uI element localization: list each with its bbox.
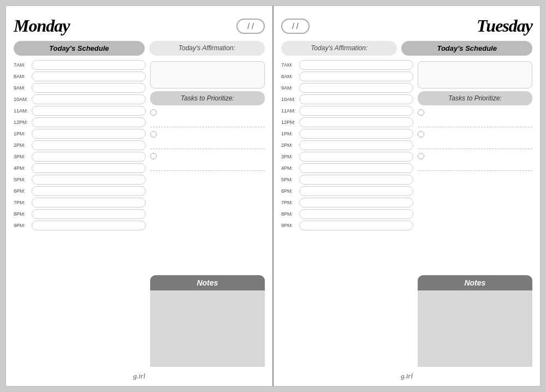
tue-time-input-1pm[interactable] <box>299 129 413 139</box>
monday-task-circle-2[interactable] <box>150 131 157 138</box>
tue-time-input-7am[interactable] <box>299 60 413 70</box>
tuesday-task-circle-3[interactable] <box>418 153 424 159</box>
time-label-11am: 11AM: <box>14 108 29 114</box>
tuesday-notes-label: Notes <box>418 275 532 290</box>
tuesday-section-row: Today's Schedule Today's Affirmation: <box>281 41 532 56</box>
tue-time-input-9am[interactable] <box>299 83 413 93</box>
monday-task-circle-3[interactable] <box>150 153 157 159</box>
tuesday-task-2 <box>418 130 532 149</box>
time-input-9pm[interactable] <box>32 221 146 230</box>
tue-time-input-4pm[interactable] <box>299 163 413 173</box>
tue-time-input-9pm[interactable] <box>299 221 413 230</box>
tue-time-slot-8pm: 8PM: <box>281 209 413 219</box>
tuesday-title: Tuesday <box>477 16 532 36</box>
time-slot-8am: 8AM: <box>14 72 146 81</box>
time-slot-10am: 10AM: <box>14 94 146 104</box>
time-input-8pm[interactable] <box>32 209 146 219</box>
time-input-10am[interactable] <box>32 94 146 104</box>
tue-time-slot-11am: 11AM: <box>281 106 413 116</box>
tue-time-input-5pm[interactable] <box>299 175 413 185</box>
time-slot-9am: 9AM: <box>14 83 146 93</box>
monday-notes-container: Notes <box>150 275 265 367</box>
time-label-5pm: 5PM: <box>14 177 29 182</box>
time-input-2pm[interactable] <box>32 140 146 150</box>
tue-time-input-11am[interactable] <box>299 106 413 116</box>
time-input-9am[interactable] <box>32 83 146 93</box>
time-label-7am: 7AM: <box>14 62 29 68</box>
tue-time-label-5pm: 5PM: <box>281 177 296 182</box>
time-input-5pm[interactable] <box>32 175 146 185</box>
tuesday-main: Tasks to Prioritize: Notes <box>281 60 532 367</box>
tue-time-input-10am[interactable] <box>299 94 413 104</box>
monday-main: 7AM: 8AM: 9AM: 10AM: 11AM: <box>14 60 265 367</box>
time-input-4pm[interactable] <box>32 163 146 173</box>
tuesday-task-input-1[interactable] <box>428 108 532 124</box>
monday-notes-area[interactable] <box>150 290 265 367</box>
time-input-11am[interactable] <box>32 106 146 116</box>
time-input-7pm[interactable] <box>32 198 146 207</box>
tue-time-slot-10am: 10AM: <box>281 94 413 104</box>
time-label-9pm: 9PM: <box>14 223 29 228</box>
time-label-7pm: 7PM: <box>14 200 29 205</box>
tue-time-input-8am[interactable] <box>299 72 413 81</box>
tuesday-task-circle-1[interactable] <box>418 109 424 116</box>
tue-time-slot-3pm: 3PM: <box>281 152 413 162</box>
tue-time-slot-7pm: 7PM: <box>281 198 413 207</box>
time-label-9am: 9AM: <box>14 85 29 91</box>
tue-time-input-3pm[interactable] <box>299 152 413 162</box>
tue-time-slot-2pm: 2PM: <box>281 140 413 150</box>
time-slot-2pm: 2PM: <box>14 140 146 150</box>
tue-time-label-12pm: 12PM: <box>281 120 296 125</box>
tuesday-notes-container: Notes <box>418 275 532 367</box>
monday-task-input-2[interactable] <box>160 130 265 146</box>
tue-time-input-2pm[interactable] <box>299 140 413 150</box>
tue-time-label-11am: 11AM: <box>281 108 296 114</box>
tue-time-input-8pm[interactable] <box>299 209 413 219</box>
tuesday-affirmation-box[interactable] <box>418 61 532 88</box>
time-input-1pm[interactable] <box>32 129 146 139</box>
time-label-10am: 10AM: <box>14 97 29 102</box>
tuesday-task-3 <box>418 152 532 171</box>
tue-time-label-3pm: 3PM: <box>281 154 296 159</box>
pages-container: Monday / / Today's Schedule Today's Affi… <box>5 5 541 387</box>
tue-time-input-6pm[interactable] <box>299 186 413 196</box>
time-label-6pm: 6PM: <box>14 188 29 194</box>
tuesday-header: Tuesday / / <box>281 16 532 36</box>
monday-affirmation-box[interactable] <box>150 61 265 88</box>
tuesday-notes-area[interactable] <box>418 290 532 367</box>
tue-time-label-4pm: 4PM: <box>281 165 296 171</box>
monday-header: Monday / / <box>14 16 265 36</box>
time-label-8am: 8AM: <box>14 74 29 79</box>
time-input-6pm[interactable] <box>32 186 146 196</box>
tuesday-schedule-col: 7AM: 8AM: 9AM: 10AM: 11AM: <box>281 60 413 367</box>
tuesday-page: Tuesday / / Today's Schedule Today's Aff… <box>273 5 541 387</box>
monday-task-input-1[interactable] <box>160 108 265 124</box>
monday-date[interactable]: / / <box>236 19 265 34</box>
tue-time-input-7pm[interactable] <box>299 198 413 207</box>
tuesday-date[interactable]: / / <box>281 19 310 34</box>
time-slot-6pm: 6PM: <box>14 186 146 196</box>
tuesday-task-input-3[interactable] <box>428 152 532 168</box>
monday-schedule-label: Today's Schedule <box>14 41 145 56</box>
monday-title: Monday <box>14 16 69 36</box>
tue-time-label-8pm: 8PM: <box>281 211 296 217</box>
monday-task-3 <box>150 152 265 171</box>
monday-notes-label: Notes <box>150 275 265 290</box>
tue-time-slot-5pm: 5PM: <box>281 175 413 185</box>
time-label-8pm: 8PM: <box>14 211 29 217</box>
time-input-7am[interactable] <box>32 60 146 70</box>
time-input-3pm[interactable] <box>32 152 146 162</box>
monday-task-circle-1[interactable] <box>150 109 157 116</box>
monday-page: Monday / / Today's Schedule Today's Affi… <box>5 5 273 387</box>
tuesday-task-input-2[interactable] <box>428 130 532 146</box>
time-input-12pm[interactable] <box>32 117 146 127</box>
time-slot-12pm: 12PM: <box>14 117 146 127</box>
monday-tasks-label: Tasks to Prioritize: <box>150 91 265 105</box>
monday-task-input-3[interactable] <box>160 152 265 168</box>
time-label-4pm: 4PM: <box>14 165 29 171</box>
time-slot-11am: 11AM: <box>14 106 146 116</box>
tuesday-task-circle-2[interactable] <box>418 131 424 138</box>
tue-time-label-7am: 7AM: <box>281 62 296 68</box>
time-input-8am[interactable] <box>32 72 146 81</box>
tue-time-input-12pm[interactable] <box>299 117 413 127</box>
